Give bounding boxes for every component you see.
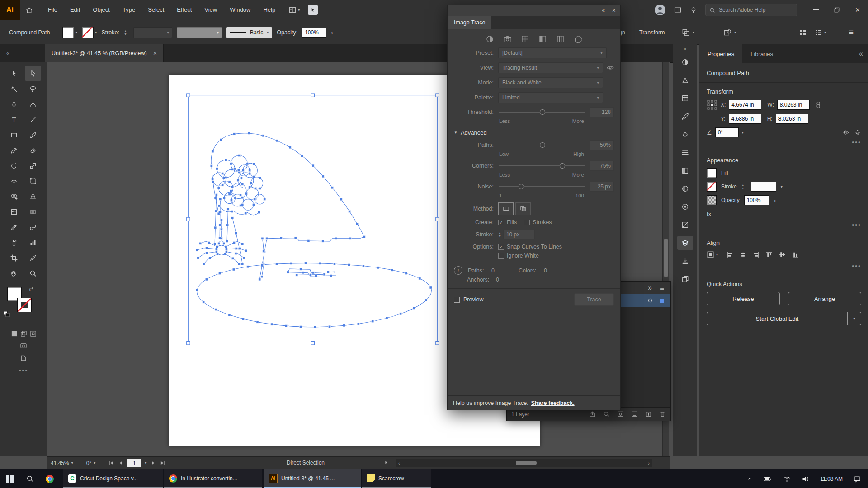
transform-more-icon[interactable]: ••• xyxy=(852,139,861,146)
edit-toolbar-icon[interactable] xyxy=(0,355,47,361)
brush-definition-dropdown[interactable]: ▾ xyxy=(177,27,222,38)
curvature-tool-icon[interactable] xyxy=(25,97,41,112)
artboard-tool-icon[interactable] xyxy=(6,250,22,265)
reference-point-grid[interactable] xyxy=(707,99,717,110)
layers-menu-icon[interactable]: ≡ xyxy=(660,284,664,292)
trace-stroke-stepper[interactable]: ▲▼ xyxy=(498,231,501,238)
taskbar-app-1[interactable]: In Illustrator convertin... xyxy=(164,469,262,488)
paths-slider[interactable] xyxy=(499,145,585,145)
appearance-more-icon[interactable]: ••• xyxy=(852,221,861,229)
stroke-width-stepper[interactable]: ▲▼ xyxy=(124,29,127,36)
new-sublayer-icon[interactable] xyxy=(631,411,638,418)
column-graph-tool-icon[interactable] xyxy=(25,235,41,250)
swap-fill-stroke-icon[interactable]: ⇄ xyxy=(29,286,33,292)
align-top-icon[interactable] xyxy=(765,251,773,258)
status-expand-icon[interactable] xyxy=(384,460,389,465)
tab-properties[interactable]: Properties xyxy=(699,44,742,63)
palette-dropdown[interactable]: Limited▾ xyxy=(498,92,603,103)
vertical-scroll-thumb[interactable] xyxy=(664,239,668,277)
menu-help[interactable]: Help xyxy=(257,0,282,20)
expand-panels-icon[interactable]: « xyxy=(673,44,697,53)
layers-panel-icon[interactable] xyxy=(677,236,693,250)
align-to-dropdown[interactable]: ▾ xyxy=(707,251,718,258)
delete-layer-icon[interactable] xyxy=(659,411,666,418)
collapse-trace-icon[interactable]: « xyxy=(602,7,605,14)
collapse-layers-icon[interactable]: » xyxy=(648,284,652,292)
fills-checkbox[interactable]: ✓ xyxy=(498,220,504,225)
transparency-panel-icon[interactable] xyxy=(677,182,693,196)
default-fill-stroke-icon[interactable] xyxy=(4,311,10,317)
method-abutting-button[interactable] xyxy=(498,202,514,215)
auto-color-icon[interactable] xyxy=(486,35,494,43)
document-tab[interactable]: Untitled-3* @ 41.45 % (RGB/Preview) × xyxy=(45,44,164,62)
grid-options-icon[interactable] xyxy=(799,20,807,44)
browser-icon[interactable] xyxy=(40,469,60,488)
width-input[interactable]: 8.0263 in xyxy=(777,100,810,110)
lasso-tool-icon[interactable] xyxy=(25,81,41,96)
grayscale-icon[interactable] xyxy=(538,35,547,43)
list-options-icon[interactable]: ▾ xyxy=(815,20,826,44)
scroll-right-icon[interactable]: › xyxy=(648,460,650,466)
taskbar-app-3[interactable]: Scarecrow xyxy=(362,469,431,488)
tray-expand-icon[interactable] xyxy=(747,476,753,482)
close-tab-icon[interactable]: × xyxy=(153,50,157,57)
color-guide-icon[interactable] xyxy=(677,73,693,87)
panel-menu-icon[interactable]: ≡ xyxy=(849,20,854,44)
trace-stroke-input[interactable]: 10 px xyxy=(503,230,535,239)
fx-button[interactable]: fx. xyxy=(707,211,713,217)
height-input[interactable]: 8.0263 in xyxy=(776,114,808,124)
stroke-swatch[interactable]: ▾ xyxy=(82,27,97,38)
zoom-level-dropdown[interactable]: 41.45%▾ xyxy=(51,460,73,466)
opacity-panel-input[interactable]: 100% xyxy=(744,195,769,205)
graphic-style-dropdown[interactable]: Basic ▾ xyxy=(226,27,272,38)
more-tools-icon[interactable]: ••• xyxy=(19,367,28,374)
strokes-checkbox[interactable] xyxy=(524,220,530,225)
noise-slider[interactable] xyxy=(499,186,585,187)
advanced-toggle[interactable]: ▼Advanced xyxy=(454,129,487,136)
new-layer-icon[interactable] xyxy=(645,411,652,418)
link-dimensions-icon[interactable] xyxy=(815,101,822,108)
align-right-icon[interactable] xyxy=(752,251,760,258)
threshold-slider[interactable] xyxy=(499,112,585,113)
align-v-middle-icon[interactable] xyxy=(778,251,786,258)
rectangle-tool-icon[interactable] xyxy=(6,127,22,142)
tab-libraries[interactable]: Libraries xyxy=(742,44,781,63)
screen-mode-icon[interactable] xyxy=(0,343,47,349)
rotation-input[interactable]: 0° xyxy=(715,127,739,137)
stroke-color-swatch[interactable] xyxy=(707,182,717,192)
eyedropper-tool-icon[interactable] xyxy=(6,220,22,235)
align-left-icon[interactable] xyxy=(726,251,734,258)
artboard-number-input[interactable]: 1 xyxy=(127,459,141,467)
appearance-panel-icon[interactable] xyxy=(677,200,693,214)
artboards-panel-icon[interactable] xyxy=(677,272,693,286)
shape-mode-icons[interactable]: ▾ xyxy=(723,20,736,44)
rotation-dropdown[interactable]: 0°▾ xyxy=(86,460,96,466)
start-button[interactable] xyxy=(0,469,20,488)
black-white-icon[interactable] xyxy=(556,35,565,43)
panel-toggle-icon[interactable] xyxy=(674,6,682,14)
color-panel-icon[interactable] xyxy=(677,55,693,69)
collapse-left-icon[interactable]: « xyxy=(6,44,9,62)
opacity-input[interactable]: 100% xyxy=(302,28,326,38)
symbols-panel-icon[interactable] xyxy=(677,127,693,141)
preview-checkbox[interactable] xyxy=(454,297,460,303)
threshold-value[interactable]: 128 xyxy=(590,107,614,117)
export-panel-icon[interactable] xyxy=(677,254,693,268)
snap-curves-checkbox[interactable]: ✓ xyxy=(498,244,504,250)
align-more-icon[interactable]: ••• xyxy=(852,263,861,270)
stroke-weight-input[interactable] xyxy=(751,182,776,192)
last-artboard-icon[interactable] xyxy=(160,460,165,466)
perspective-grid-tool-icon[interactable] xyxy=(25,189,41,204)
trace-button[interactable]: Trace xyxy=(574,293,614,306)
zoom-tool-icon[interactable] xyxy=(25,266,41,281)
flip-horizontal-icon[interactable] xyxy=(842,129,849,136)
taskbar-app-2[interactable]: AiUntitled-3* @ 41.45 ... xyxy=(264,469,361,488)
horizontal-scrollbar[interactable]: ‹ › xyxy=(396,459,652,467)
method-overlapping-button[interactable] xyxy=(515,202,531,215)
corners-value[interactable]: 75% xyxy=(590,161,614,171)
flip-vertical-icon[interactable] xyxy=(854,129,861,136)
close-button[interactable]: × xyxy=(847,0,868,20)
blend-tool-icon[interactable] xyxy=(25,220,41,235)
scale-tool-icon[interactable] xyxy=(25,158,41,173)
scroll-left-icon[interactable]: ‹ xyxy=(398,460,400,466)
